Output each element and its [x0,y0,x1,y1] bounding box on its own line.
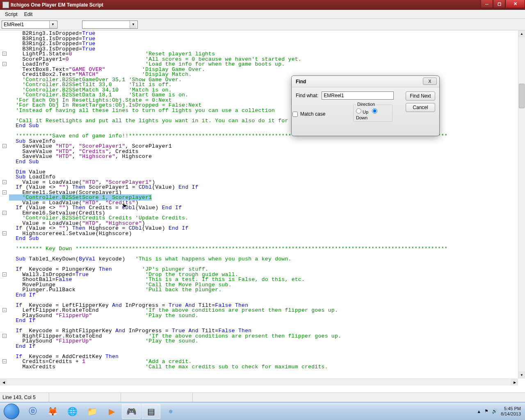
app-icon [2,2,9,8]
find-dialog[interactable]: Find X Find what: Find Next Cancel Direc… [291,75,440,136]
fold-icon[interactable]: − [2,334,7,338]
menu-edit[interactable]: Edit [21,11,36,18]
tray-volume-icon[interactable]: 🔊 [492,409,498,414]
taskbar-chrome-icon[interactable]: 🌐 [63,404,82,419]
fold-icon[interactable]: − [2,144,7,148]
status-bar: Line 143, Col 5 [0,393,525,402]
title-bar[interactable]: Itchigos One Player EM Template Script ─… [0,0,525,10]
close-button[interactable]: ✕ [505,0,525,8]
taskbar-ie-icon[interactable]: ⓔ [23,404,42,419]
match-case-checkbox[interactable] [292,112,298,117]
scroll-right-button[interactable]: ▶ [511,379,518,386]
menu-bar: Script Edit [0,10,525,19]
taskbar-globe-icon[interactable]: ● [161,404,180,419]
direction-up-radio[interactable] [356,108,361,114]
object-combo[interactable]: EMReel1 [2,21,57,29]
taskbar-app-icon[interactable]: ▤ [142,404,160,419]
taskbar-explorer-icon[interactable]: 📁 [82,404,101,419]
vertical-scrollbar[interactable]: ▲ ▼ [518,30,525,379]
menu-script[interactable]: Script [2,11,21,18]
minimize-button[interactable]: ─ [481,0,493,8]
find-title-bar[interactable]: Find X [292,76,439,87]
direction-group: Direction Up Down [353,105,393,122]
toolbar: EMReel1 [0,19,525,30]
find-next-button[interactable]: Find Next [406,91,435,100]
system-tray[interactable]: ▲ ⚑ 🔊 5:45 PM 8/14/2013 [477,402,523,420]
find-what-input[interactable] [322,91,394,100]
scroll-left-button[interactable]: ◀ [0,379,7,386]
fold-icon[interactable]: − [2,62,7,66]
taskbar-firefox-icon[interactable]: 🦊 [43,404,62,419]
direction-down-radio[interactable] [372,108,377,114]
find-cancel-button[interactable]: Cancel [406,103,435,112]
find-what-label: Find what: [296,93,318,98]
window-title: Itchigos One Player EM Template Script [11,2,103,8]
scroll-down-button[interactable]: ▼ [518,372,525,379]
taskbar[interactable]: ⓔ 🦊 🌐 📁 ▶ 🎮 ▤ ● ▲ ⚑ 🔊 5:45 PM 8/14/2013 [0,402,525,420]
maximize-button[interactable]: ◻ [493,0,505,8]
horizontal-scrollbar[interactable]: ◀ ▶ [0,379,518,386]
start-button[interactable] [0,402,23,420]
tray-clock[interactable]: 5:45 PM 8/14/2013 [501,406,523,417]
tray-flag-icon[interactable]: ⚑ [484,409,488,414]
proc-combo[interactable] [82,21,138,29]
fold-icon[interactable]: − [2,52,7,56]
code-editor[interactable]: − − − − − − − − − − − B2Ring3.IsDropped=… [0,30,525,386]
taskbar-media-icon[interactable]: ▶ [102,404,121,419]
cursor-position: Line 143, Col 5 [0,393,49,402]
find-close-button[interactable]: X [423,78,437,85]
scroll-thumb[interactable] [519,84,525,108]
windows-orb-icon [4,404,19,419]
code-text[interactable]: B2Ring3.IsDropped=True B3Ring1.IsDropped… [0,30,525,370]
fold-icon[interactable]: − [2,180,7,184]
fold-icon[interactable]: − [2,231,7,235]
tray-up-icon[interactable]: ▲ [477,409,481,414]
fold-icon[interactable]: − [2,211,7,215]
fold-icon[interactable]: − [2,272,7,276]
taskbar-game-icon[interactable]: 🎮 [122,404,141,419]
fold-icon[interactable]: − [2,359,7,363]
fold-icon[interactable]: − [2,190,7,194]
fold-icon[interactable]: − [2,308,7,312]
scroll-up-button[interactable]: ▲ [518,30,525,37]
match-case-label: Match case [300,111,325,117]
